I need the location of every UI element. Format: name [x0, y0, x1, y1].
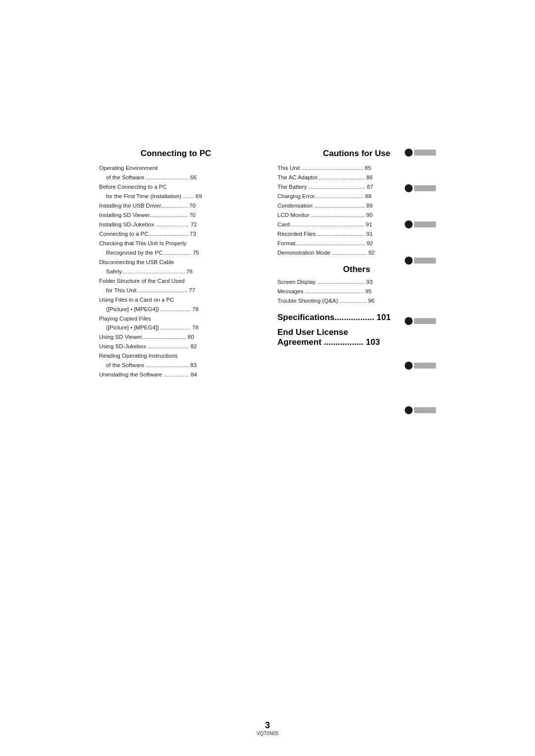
left-toc-entry: ([Picture] • [MPEG4]) ..................…: [99, 305, 253, 314]
left-toc-entry: Disconnecting the USB Cable: [99, 258, 253, 267]
agreement-label: Agreement ................. 103: [277, 337, 436, 347]
others-toc-entry: Screen Display .........................…: [277, 277, 436, 287]
others-toc-entry: Trouble Shooting (Q&A) .................…: [277, 296, 436, 306]
end-user-section: End User License Agreement .............…: [277, 327, 436, 347]
tab-marker: [405, 317, 436, 325]
end-user-title: End User License: [277, 327, 436, 337]
left-toc-entry: Recognised by the PC.................. 7…: [99, 248, 253, 258]
page-number-area: 3 VQT0N05: [257, 720, 278, 736]
tab-circle: [405, 184, 413, 192]
left-toc-entry: of the Software ........................…: [99, 173, 253, 182]
left-toc-entry: ([Picture] • [MPEG4]) ..................…: [99, 323, 253, 332]
left-toc-entry: Safely..................................…: [99, 267, 253, 276]
others-toc-entry: Messages ...............................…: [277, 287, 436, 296]
cautions-toc-entry: Charging Error..........................…: [277, 192, 436, 201]
cautions-toc-entry: LCD Monitor ............................…: [277, 211, 436, 220]
left-toc-entry: Playing Copied Files: [99, 314, 253, 324]
tab-marker: [405, 149, 436, 157]
tab-circle: [405, 220, 413, 228]
tab-rect: [414, 185, 436, 191]
tab-circle: [405, 317, 413, 325]
left-toc-entry: Operating Environment: [99, 163, 253, 173]
tab-rect: [414, 221, 436, 227]
left-toc-entry: Before Connecting to a PC: [99, 182, 253, 192]
left-toc-entry: for This Unit ..........................…: [99, 286, 253, 295]
left-toc-entry: Using SD-Jukebox .......................…: [99, 342, 253, 351]
tab-circle: [405, 362, 413, 370]
tab-rect: [414, 258, 436, 264]
cautions-toc-entry: The AC Adaptor..........................…: [277, 173, 436, 182]
left-toc-entry: for the First Time (Installation) ......…: [99, 192, 253, 201]
left-toc-entry: Uninstalling the Software ..............…: [99, 370, 253, 379]
connecting-to-pc-title: Connecting to PC: [99, 149, 253, 159]
left-toc-entry: Checking that This Unit Is Properly: [99, 239, 253, 248]
left-toc-entry: Installing SD Viewer....................…: [99, 211, 253, 220]
cautions-toc-entry: Format..................................…: [277, 239, 436, 248]
left-toc-entry: Using Files in a Card on a PC: [99, 295, 253, 305]
tab-circle: [405, 149, 413, 157]
left-column: Connecting to PC Operating Environmentof…: [99, 149, 268, 379]
left-toc-entry: Installing SD-Jukebox ..................…: [99, 220, 253, 229]
tab-marker: [405, 257, 436, 265]
cautions-toc-entry: This Unit ..............................…: [277, 163, 436, 173]
cautions-toc-entry: Demonstration Mode .....................…: [277, 248, 436, 258]
left-toc-entry: Installing the USB Driver...............…: [99, 201, 253, 211]
tab-marker: [405, 362, 436, 370]
others-section: Others Screen Display ..................…: [277, 265, 436, 306]
others-title: Others: [277, 265, 436, 274]
left-toc-entry: Reading Operating Instructions: [99, 351, 253, 361]
left-toc-entry: Connecting to a PC......................…: [99, 229, 253, 239]
tab-rect: [414, 318, 436, 324]
others-entries: Screen Display .........................…: [277, 277, 436, 306]
tab-rect: [414, 150, 436, 156]
tab-rect: [414, 407, 436, 413]
tab-marker: [405, 220, 436, 228]
connecting-to-pc-entries: Operating Environmentof the Software ...…: [99, 163, 253, 379]
tab-circle: [405, 257, 413, 265]
left-toc-entry: Folder Structure of the Card Used: [99, 276, 253, 286]
page-code: VQT0N05: [257, 731, 278, 736]
tab-marker: [405, 406, 436, 414]
left-toc-entry: Using SD Viewer.........................…: [99, 332, 253, 342]
cautions-entries: This Unit ..............................…: [277, 163, 436, 258]
cautions-toc-entry: Recorded Files .........................…: [277, 229, 436, 239]
page-number: 3: [257, 720, 278, 731]
cautions-toc-entry: Condensation ...........................…: [277, 201, 436, 211]
right-column: Cautions for Use This Unit .............…: [268, 149, 436, 379]
tab-rect: [414, 363, 436, 369]
page: Connecting to PC Operating Environmentof…: [0, 0, 535, 756]
tab-circle: [405, 406, 413, 414]
tab-marker: [405, 184, 436, 192]
left-toc-entry: of the Software ........................…: [99, 361, 253, 370]
